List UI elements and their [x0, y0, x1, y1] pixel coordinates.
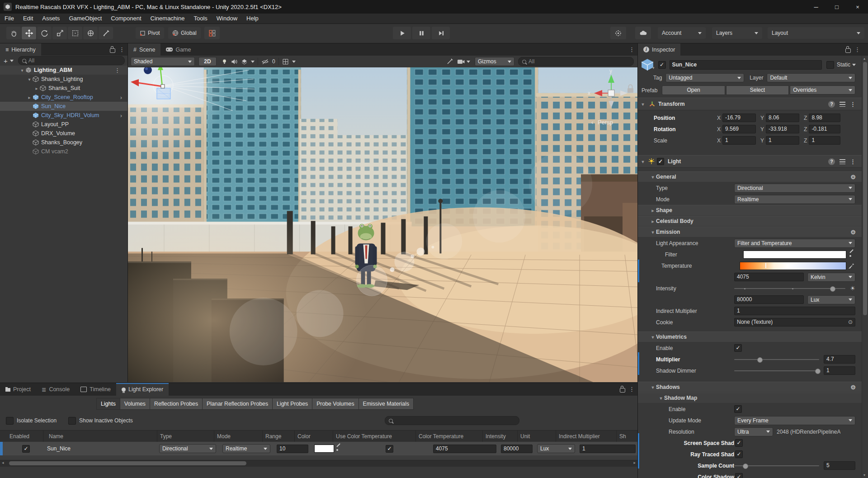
- intensity-unit-dropdown[interactable]: Lux: [807, 295, 855, 304]
- scrollbar-thumb[interactable]: [863, 62, 867, 315]
- kebab-menu-icon[interactable]: ⋮: [629, 46, 635, 53]
- temperature-marker[interactable]: [765, 263, 766, 268]
- filter-emissive-materials[interactable]: Emissive Materials: [359, 398, 414, 410]
- gameobject-name-field[interactable]: Sun_Nice: [670, 60, 822, 70]
- prefab-open-chevron[interactable]: ›: [120, 94, 122, 101]
- row-indirect-field[interactable]: 1: [580, 445, 636, 453]
- menu-gameobject[interactable]: GameObject: [64, 14, 106, 24]
- kebab-menu-icon[interactable]: ⋮: [854, 46, 860, 53]
- filter-lights[interactable]: Lights: [96, 398, 120, 410]
- cookie-object-field[interactable]: None (Texture)⊙: [734, 318, 855, 327]
- position-x-field[interactable]: -16.79: [722, 114, 756, 122]
- effects-dropdown-icon[interactable]: [251, 61, 255, 63]
- lock-icon[interactable]: [845, 48, 851, 53]
- filter-planar-reflection-probes[interactable]: Planar Reflection Probes: [203, 398, 273, 410]
- row-use-color-temp-checkbox[interactable]: ✓: [386, 445, 393, 453]
- color-shadow-checkbox[interactable]: ✓: [735, 473, 743, 478]
- position-y-field[interactable]: 8.06: [766, 114, 799, 122]
- foldout-icon[interactable]: ▾: [640, 159, 646, 164]
- col-mode[interactable]: Mode: [214, 431, 263, 442]
- pause-button[interactable]: [412, 27, 430, 39]
- hierarchy-item[interactable]: Shanks_Boogey: [0, 138, 127, 147]
- position-z-field[interactable]: 8.98: [809, 114, 840, 122]
- scene-audio-icon[interactable]: [231, 58, 238, 65]
- scene-search-input[interactable]: All: [518, 57, 634, 66]
- minimize-button[interactable]: ─: [806, 0, 826, 14]
- kebab-menu-icon[interactable]: ⋮: [629, 386, 635, 393]
- gizmos-dropdown[interactable]: Gizmos: [475, 57, 514, 66]
- menu-window[interactable]: Window: [212, 14, 242, 24]
- tag-dropdown[interactable]: Untagged: [665, 73, 744, 82]
- horizontal-scrollbar[interactable]: ◂ ▸: [0, 460, 637, 467]
- inspector-scrollbar[interactable]: ▴ ▾: [862, 56, 868, 478]
- component-enabled-checkbox[interactable]: ✓: [657, 158, 664, 165]
- emission-section-header[interactable]: ▾ Emission ⚙: [638, 227, 862, 237]
- general-section-header[interactable]: ▾ General ⚙: [638, 171, 862, 182]
- additional-properties-icon[interactable]: ⚙: [850, 174, 856, 180]
- shadow-dimmer-slider-knob[interactable]: [815, 369, 821, 374]
- sample-count-field[interactable]: 5: [824, 461, 855, 470]
- scene-viewport[interactable]: y x ‹ Persp: [128, 67, 637, 382]
- col-use-color-temperature[interactable]: Use Color Temperature: [333, 431, 416, 442]
- light-type-dropdown[interactable]: Directional: [734, 184, 855, 193]
- menu-component[interactable]: Component: [106, 14, 146, 24]
- layers-dropdown[interactable]: Layers: [712, 27, 762, 39]
- table-row-sun-nice[interactable]: ✓ Sun_Nice Directional Realtime 10 ✓ 407…: [0, 442, 637, 455]
- row-enabled-checkbox[interactable]: ✓: [22, 445, 30, 453]
- sample-count-slider[interactable]: [734, 465, 819, 466]
- hierarchy-item-selected[interactable]: Sun_Nice: [0, 102, 127, 111]
- col-indirect-multiplier[interactable]: Indirect Multiplier: [556, 431, 617, 442]
- help-icon[interactable]: ?: [828, 101, 835, 108]
- icon-dropdown[interactable]: ▾: [652, 66, 655, 70]
- foldout-icon[interactable]: ▾: [650, 335, 656, 340]
- layer-dropdown[interactable]: Default: [767, 73, 855, 82]
- kebab-menu-icon[interactable]: ⋮: [850, 101, 856, 108]
- shadow-dimmer-field[interactable]: 1: [824, 366, 855, 375]
- light-mode-dropdown[interactable]: Realtime: [734, 195, 855, 204]
- filter-light-probes[interactable]: Light Probes: [273, 398, 312, 410]
- transform-header[interactable]: ▾ Transform ?⋮: [638, 98, 862, 110]
- light-appearance-dropdown[interactable]: Filter and Temperature: [734, 239, 855, 248]
- sample-count-slider-knob[interactable]: [743, 464, 748, 469]
- lock-icon[interactable]: [110, 48, 115, 53]
- scroll-left-icon[interactable]: ◂: [2, 460, 4, 465]
- screen-space-shadows-checkbox[interactable]: ✓: [735, 439, 743, 447]
- filter-volumes[interactable]: Volumes: [120, 398, 150, 410]
- scroll-up-icon[interactable]: ▴: [863, 57, 865, 61]
- presets-icon[interactable]: [840, 102, 845, 107]
- row-color-temp-field[interactable]: 4075: [433, 445, 496, 453]
- active-checkbox[interactable]: ✓: [658, 61, 666, 69]
- resolution-dropdown[interactable]: Ultra: [734, 427, 773, 436]
- multiplier-slider[interactable]: [734, 359, 819, 360]
- step-button[interactable]: [432, 27, 450, 39]
- kebab-menu-icon[interactable]: ⋮: [850, 158, 856, 165]
- shadows-section-header[interactable]: ▾ Shadows ⚙: [638, 382, 862, 393]
- scene-tools-icon[interactable]: [446, 58, 453, 65]
- hierarchy-item-prefab[interactable]: City_Sky_HDRI_Volum ›: [0, 111, 127, 120]
- additional-properties-icon[interactable]: ⚙: [850, 229, 856, 236]
- intensity-slider-knob[interactable]: [830, 286, 835, 292]
- prefab-open-button[interactable]: Open: [662, 85, 725, 95]
- foldout-icon[interactable]: ▾: [640, 102, 646, 107]
- play-button[interactable]: [393, 27, 411, 39]
- grid-visibility-icon[interactable]: [282, 58, 289, 65]
- menu-file[interactable]: File: [0, 14, 19, 24]
- tab-game[interactable]: Game: [160, 43, 196, 56]
- col-enabled[interactable]: Enabled: [0, 431, 43, 442]
- col-type[interactable]: Type: [157, 431, 214, 442]
- foldout-icon[interactable]: ▸: [26, 95, 33, 100]
- light-explorer-search-input[interactable]: [385, 416, 519, 425]
- persp-chevron[interactable]: ‹: [591, 119, 593, 126]
- maximize-button[interactable]: □: [826, 0, 847, 14]
- camera-dropdown-icon[interactable]: [467, 61, 470, 63]
- tab-inspector[interactable]: i Inspector: [638, 43, 680, 56]
- kebab-menu-icon[interactable]: ⋮: [119, 46, 125, 53]
- filter-reflection-probes[interactable]: Reflection Probes: [150, 398, 203, 410]
- row-name[interactable]: Sun_Nice: [47, 445, 151, 452]
- move-tool-button[interactable]: [22, 27, 36, 39]
- row-type-dropdown[interactable]: Directional: [159, 444, 216, 453]
- filter-color-swatch[interactable]: [743, 251, 846, 259]
- object-picker-icon[interactable]: ⊙: [848, 318, 853, 326]
- shadow-dimmer-slider[interactable]: [734, 370, 819, 371]
- multiplier-slider-knob[interactable]: [757, 357, 763, 363]
